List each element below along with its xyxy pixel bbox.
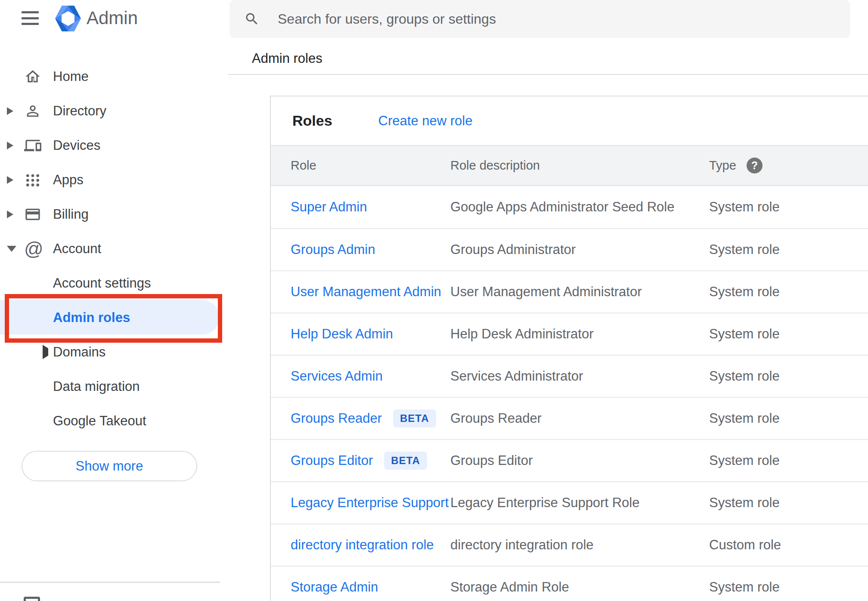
expand-right-icon (7, 142, 17, 149)
role-link[interactable]: Storage Admin (291, 579, 378, 595)
role-type: System role (709, 284, 780, 300)
sidebar-item-account[interactable]: @ Account (0, 232, 228, 266)
table-row: Services Admin Services Administrator Sy… (271, 355, 868, 397)
app-title: Admin (87, 8, 138, 28)
person-icon (24, 102, 41, 120)
table-row: Legacy Enterprise Support Legacy Enterpr… (271, 481, 868, 524)
role-link[interactable]: Groups Admin (291, 242, 375, 257)
role-link[interactable]: Groups Editor (291, 453, 373, 468)
sidebar-item-domains[interactable]: Domains (0, 335, 228, 369)
role-type: System role (709, 242, 780, 257)
apps-grid-icon (24, 171, 41, 189)
role-description: Groups Reader (450, 411, 542, 426)
role-description: User Management Administrator (450, 284, 642, 300)
home-icon (24, 68, 41, 85)
search-icon (244, 11, 260, 27)
sidebar-item-label: Devices (53, 138, 100, 153)
role-type: System role (709, 453, 780, 468)
show-more-button[interactable]: Show more (22, 451, 197, 481)
column-header-role: Role (291, 146, 316, 185)
breadcrumb: Admin roles (252, 51, 322, 66)
sidebar-bottom-divider (0, 582, 220, 583)
role-description: Groups Administrator (450, 242, 576, 257)
role-link[interactable]: Legacy Enterprise Support (291, 495, 449, 511)
role-type: System role (709, 369, 780, 384)
sidebar-item-label: Account settings (53, 276, 151, 291)
role-type: Custom role (709, 537, 781, 553)
table-row: Help Desk Admin Help Desk Administrator … (271, 313, 868, 355)
role-type: System role (709, 579, 780, 595)
table-row: User Management Admin User Management Ad… (271, 270, 868, 313)
sidebar-item-label: Google Takeout (53, 413, 146, 429)
panel-title: Roles (292, 112, 332, 129)
role-link[interactable]: Services Admin (291, 369, 383, 384)
sidebar-item-billing[interactable]: Billing (0, 197, 228, 232)
sidebar-item-label: Apps (53, 172, 84, 188)
role-type: System role (709, 199, 780, 215)
expand-right-icon (7, 107, 17, 115)
role-description: Legacy Enterprise Support Role (450, 495, 639, 511)
sidebar-item-data-migration[interactable]: Data migration (0, 369, 228, 404)
sidebar-item-label: Home (53, 69, 89, 84)
column-header-type: Type ? (709, 146, 763, 185)
role-type: System role (709, 411, 780, 426)
role-link[interactable]: Groups Reader (291, 411, 382, 426)
role-type: System role (709, 326, 780, 342)
role-description: Storage Admin Role (450, 579, 569, 595)
role-link[interactable]: directory integration role (291, 537, 434, 553)
roles-panel: Roles Create new role Role Role descript… (270, 96, 868, 601)
partial-cutoff-icon (24, 597, 40, 601)
role-description: Help Desk Administrator (450, 326, 594, 342)
role-link[interactable]: Help Desk Admin (291, 326, 393, 342)
expand-right-icon (43, 348, 48, 356)
sidebar: Admin Home Directory Devices (0, 0, 228, 601)
role-link[interactable]: Super Admin (291, 199, 367, 215)
sidebar-item-label: Directory (53, 103, 106, 119)
column-header-description: Role description (450, 146, 540, 185)
role-description: Services Administrator (450, 369, 583, 384)
sidebar-item-label: Domains (53, 344, 105, 360)
beta-badge: BETA (384, 452, 427, 470)
table-row: directory integration role directory int… (271, 524, 868, 566)
table-header-row: Role Role description Type ? (271, 145, 868, 186)
sidebar-item-account-settings[interactable]: Account settings (0, 266, 228, 300)
admin-console-page: Admin Home Directory Devices (0, 0, 868, 601)
table-row: Super Admin Google Apps Administrator Se… (271, 186, 868, 228)
create-new-role-link[interactable]: Create new role (378, 113, 473, 129)
role-link[interactable]: User Management Admin (291, 284, 441, 300)
sidebar-item-label: Account (53, 241, 101, 257)
expand-right-icon (7, 211, 17, 218)
table-row: Groups Editor BETA Groups Editor System … (271, 439, 868, 481)
column-header-type-label: Type (709, 158, 736, 173)
sidebar-item-admin-roles[interactable]: Admin roles (0, 300, 228, 335)
hamburger-menu-icon[interactable] (22, 11, 39, 25)
role-description: directory integration role (450, 537, 594, 553)
sidebar-item-directory[interactable]: Directory (0, 94, 228, 128)
devices-icon (24, 137, 41, 154)
expand-down-icon (7, 246, 17, 252)
sidebar-item-apps[interactable]: Apps (0, 163, 228, 197)
sidebar-item-label: Billing (53, 207, 89, 222)
search-bar[interactable] (229, 0, 850, 38)
expand-right-icon (7, 176, 17, 184)
beta-badge: BETA (393, 409, 436, 428)
roles-panel-header: Roles Create new role (271, 96, 868, 145)
credit-card-icon (24, 206, 41, 223)
role-type: System role (709, 495, 780, 511)
at-sign-icon: @ (24, 240, 41, 257)
help-icon[interactable]: ? (747, 158, 763, 173)
sidebar-item-label: Admin roles (53, 310, 130, 325)
table-row: Groups Reader BETA Groups Reader System … (271, 397, 868, 439)
sidebar-item-label: Data migration (53, 379, 140, 394)
admin-logo-hexagon (55, 5, 81, 32)
role-description: Groups Editor (450, 453, 533, 468)
roles-table-body: Super Admin Google Apps Administrator Se… (271, 186, 868, 601)
sidebar-item-google-takeout[interactable]: Google Takeout (0, 404, 228, 438)
header-divider (228, 74, 868, 75)
table-row: Storage Admin Storage Admin Role System … (271, 566, 868, 601)
role-description: Google Apps Administrator Seed Role (450, 199, 674, 215)
search-input[interactable] (278, 11, 850, 27)
table-row: Groups Admin Groups Administrator System… (271, 228, 868, 270)
sidebar-item-home[interactable]: Home (0, 59, 228, 94)
sidebar-item-devices[interactable]: Devices (0, 128, 228, 163)
